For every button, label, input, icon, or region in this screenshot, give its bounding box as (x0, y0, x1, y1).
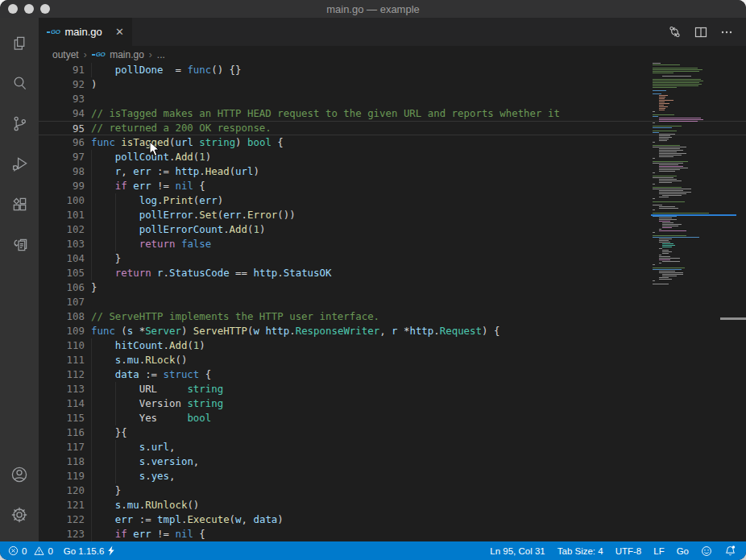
line-number[interactable]: 98 (39, 164, 85, 179)
code-line[interactable]: 99 if err != nil { (39, 179, 746, 193)
code-line[interactable]: 120 } (39, 483, 746, 498)
code-line[interactable]: 122 err := tmpl.Execute(w, data) (39, 512, 746, 527)
line-number[interactable]: 112 (39, 367, 85, 382)
line-number[interactable]: 93 (39, 92, 85, 106)
line-number[interactable]: 118 (39, 454, 85, 469)
code-line[interactable]: 105 return r.StatusCode == http.StatusOK (39, 266, 746, 280)
tab-size-status[interactable]: Tab Size: 4 (557, 546, 603, 556)
go-version-status[interactable]: Go 1.15.6 (64, 545, 116, 556)
extensions-icon[interactable] (0, 184, 39, 224)
line-number[interactable]: 92 (39, 77, 85, 92)
line-number[interactable]: 99 (39, 179, 85, 193)
code-line[interactable]: 103 return false (39, 237, 746, 251)
line-number[interactable]: 94 (39, 106, 85, 121)
search-icon[interactable] (0, 63, 39, 103)
more-actions-icon[interactable] (720, 26, 733, 39)
line-number[interactable]: 108 (39, 309, 85, 324)
zoom-window-button[interactable] (40, 4, 50, 14)
code-line[interactable]: 115 Yes bool (39, 411, 746, 425)
go-explorer-icon[interactable] (0, 224, 39, 264)
line-number[interactable]: 116 (39, 425, 85, 440)
line-number[interactable]: 104 (39, 251, 85, 266)
line-number[interactable]: 103 (39, 237, 85, 251)
line-number[interactable]: 105 (39, 266, 85, 280)
code-line[interactable]: 110 hitCount.Add(1) (39, 338, 746, 353)
code-line[interactable]: 112 data := struct { (39, 367, 746, 382)
line-number[interactable]: 120 (39, 483, 85, 498)
code-line[interactable]: 96func isTagged(url string) bool { (39, 135, 746, 150)
code-editor[interactable]: 91 pollDone = func() {}92)9394// isTagge… (39, 63, 746, 541)
line-number[interactable]: 121 (39, 498, 85, 512)
line-number[interactable]: 119 (39, 469, 85, 483)
line-number[interactable]: 113 (39, 382, 85, 396)
notifications-bell-icon[interactable] (724, 545, 736, 557)
code-line[interactable]: 113 URL string (39, 382, 746, 396)
line-number[interactable]: 97 (39, 150, 85, 164)
feedback-icon[interactable] (701, 545, 712, 557)
line-number[interactable]: 117 (39, 440, 85, 454)
code-line[interactable]: 98 r, err := http.Head(url) (39, 164, 746, 179)
line-number[interactable]: 96 (39, 135, 85, 150)
line-number[interactable]: 101 (39, 208, 85, 222)
code-line[interactable]: 117 s.url, (39, 440, 746, 454)
tab-main-go[interactable]: GO main.go ✕ (39, 18, 132, 46)
settings-gear-icon[interactable] (0, 495, 39, 535)
cursor-position-status[interactable]: Ln 95, Col 31 (490, 546, 545, 556)
chevron-right-icon: › (84, 49, 87, 60)
encoding-status[interactable]: UTF-8 (615, 546, 642, 556)
close-window-button[interactable] (8, 4, 18, 14)
code-line[interactable]: 108// ServeHTTP implements the HTTP user… (39, 309, 746, 324)
open-changes-icon[interactable] (668, 25, 682, 39)
code-text: pollErrorCount.Add(1) (91, 222, 265, 237)
line-number[interactable]: 107 (39, 295, 85, 309)
code-line[interactable]: 111 s.mu.RLock() (39, 353, 746, 367)
code-line[interactable]: 123 if err != nil { (39, 527, 746, 541)
problems-indicator[interactable]: 0 0 (8, 545, 53, 556)
line-number[interactable]: 115 (39, 411, 85, 425)
breadcrumb-file[interactable]: main.go (110, 49, 144, 60)
code-line[interactable]: 91 pollDone = func() {} (39, 63, 746, 77)
code-line[interactable]: 106} (39, 280, 746, 295)
minimap-row (662, 227, 672, 228)
line-number[interactable]: 123 (39, 527, 85, 541)
line-number[interactable]: 110 (39, 338, 85, 353)
line-number[interactable]: 102 (39, 222, 85, 237)
language-mode-status[interactable]: Go (677, 546, 689, 556)
indent-guide (91, 425, 92, 440)
split-editor-icon[interactable] (694, 26, 707, 39)
minimize-window-button[interactable] (24, 4, 34, 14)
line-number[interactable]: 111 (39, 353, 85, 367)
line-number[interactable]: 91 (39, 63, 85, 77)
code-line[interactable]: 100 log.Print(err) (39, 193, 746, 208)
account-icon[interactable] (0, 454, 39, 495)
code-line[interactable]: 102 pollErrorCount.Add(1) (39, 222, 746, 237)
source-control-icon[interactable] (0, 103, 39, 143)
code-line[interactable]: 97 pollCount.Add(1) (39, 150, 746, 164)
code-line[interactable]: 92) (39, 77, 746, 92)
code-line[interactable]: 116 }{ (39, 425, 746, 440)
code-line[interactable]: 109func (s *Server) ServeHTTP(w http.Res… (39, 324, 746, 338)
line-number[interactable]: 95 (39, 122, 85, 136)
line-number[interactable]: 122 (39, 512, 85, 527)
code-line[interactable]: 94// isTagged makes an HTTP HEAD request… (39, 106, 746, 121)
tab-close-icon[interactable]: ✕ (115, 27, 124, 37)
minimap[interactable] (653, 63, 735, 541)
breadcrumb-folder[interactable]: outyet (52, 49, 79, 60)
code-line[interactable]: 104 } (39, 251, 746, 266)
breadcrumb-symbol[interactable]: ... (157, 49, 165, 60)
code-line[interactable]: 121 s.mu.RUnlock() (39, 498, 746, 512)
code-line[interactable]: 93 (39, 92, 746, 106)
eol-status[interactable]: LF (653, 546, 664, 556)
line-number[interactable]: 114 (39, 396, 85, 411)
line-number[interactable]: 106 (39, 280, 85, 295)
line-number[interactable]: 100 (39, 193, 85, 208)
code-line[interactable]: 114 Version string (39, 396, 746, 411)
code-line[interactable]: 119 s.yes, (39, 469, 746, 483)
code-line[interactable]: 101 pollError.Set(err.Error()) (39, 208, 746, 222)
code-line[interactable]: 107 (39, 295, 746, 309)
explorer-icon[interactable] (0, 23, 39, 63)
code-line[interactable]: 118 s.version, (39, 454, 746, 469)
line-number[interactable]: 109 (39, 324, 85, 338)
code-line[interactable]: 95// returned a 200 OK response. (39, 121, 746, 135)
run-debug-icon[interactable] (0, 143, 39, 184)
